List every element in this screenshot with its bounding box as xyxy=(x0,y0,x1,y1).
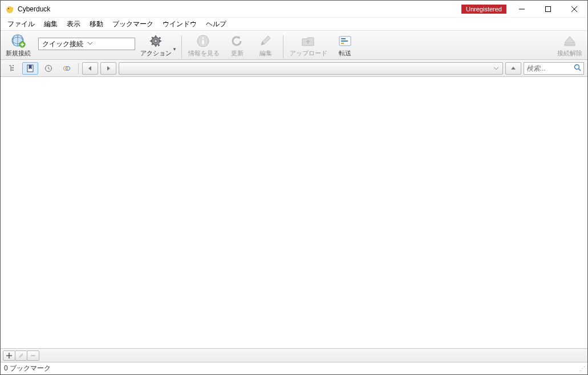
svg-rect-12 xyxy=(202,40,204,44)
back-button[interactable] xyxy=(82,62,98,75)
view-bookmarks-button[interactable] xyxy=(22,62,38,75)
path-combo[interactable] xyxy=(119,62,503,75)
svg-point-0 xyxy=(6,6,13,13)
dropdown-indicator-icon: ▼ xyxy=(172,47,177,52)
action-label: アクション xyxy=(140,49,172,58)
menu-window[interactable]: ウインドウ xyxy=(158,18,201,30)
title-bar: Cyberduck Unregistered xyxy=(1,1,587,18)
add-bookmark-button[interactable] xyxy=(3,350,15,361)
refresh-button[interactable]: 更新 xyxy=(225,32,250,58)
navigation-bar xyxy=(1,60,587,77)
browser-area[interactable] xyxy=(1,77,587,348)
chevron-down-icon xyxy=(493,66,499,71)
svg-point-19 xyxy=(13,67,14,68)
action-button[interactable]: アクション xyxy=(139,32,173,58)
menu-edit[interactable]: 編集 xyxy=(39,18,62,30)
transfers-icon xyxy=(337,34,353,48)
quick-connect-label: クイック接続 xyxy=(42,39,87,49)
view-outline-button[interactable] xyxy=(4,62,20,75)
triangle-left-icon xyxy=(86,64,94,72)
info-icon xyxy=(196,34,212,48)
menu-go[interactable]: 移動 xyxy=(85,18,108,30)
minimize-button[interactable] xyxy=(509,1,535,18)
unregistered-badge[interactable]: Unregistered xyxy=(461,5,506,14)
menu-help[interactable]: ヘルプ xyxy=(201,18,231,30)
bookmark-icon xyxy=(26,64,34,72)
edit-label: 編集 xyxy=(259,49,272,58)
svg-point-20 xyxy=(13,70,14,71)
triangle-right-icon xyxy=(104,64,112,72)
get-info-button[interactable]: 情報を見る xyxy=(186,32,221,58)
eject-icon xyxy=(562,34,578,48)
toolbar-separator xyxy=(283,35,283,58)
tree-icon xyxy=(8,64,16,72)
view-bonjour-button[interactable] xyxy=(59,62,75,75)
svg-rect-17 xyxy=(565,44,575,46)
transfers-button[interactable]: 転送 xyxy=(332,32,358,58)
close-button[interactable] xyxy=(561,1,587,18)
toolbar: 新規接続 クイック接続 アクション ▼ 情報を見る 更新 編集 xyxy=(1,30,587,60)
svg-line-26 xyxy=(579,68,581,71)
svg-point-18 xyxy=(13,65,14,66)
up-button[interactable] xyxy=(505,62,521,75)
edit-button[interactable]: 編集 xyxy=(253,32,278,58)
maximize-button[interactable] xyxy=(535,1,561,18)
menu-bookmark[interactable]: ブックマーク xyxy=(108,18,158,30)
new-connection-button[interactable]: 新規接続 xyxy=(4,32,33,58)
menu-bar: ファイル 編集 表示 移動 ブックマーク ウインドウ ヘルプ xyxy=(1,18,587,30)
refresh-label: 更新 xyxy=(231,49,244,58)
app-icon xyxy=(5,5,14,14)
clock-icon xyxy=(44,64,52,72)
triangle-up-icon xyxy=(509,64,517,72)
bonjour-icon xyxy=(63,64,71,72)
gear-icon xyxy=(148,34,164,48)
edit-bookmark-button[interactable] xyxy=(15,350,27,361)
svg-point-9 xyxy=(154,40,157,43)
remove-bookmark-button[interactable] xyxy=(27,350,39,361)
window-title: Cyberduck xyxy=(18,5,50,13)
bookmark-toolbar xyxy=(1,348,587,362)
search-box[interactable] xyxy=(524,62,584,75)
get-info-label: 情報を見る xyxy=(188,49,220,58)
svg-rect-3 xyxy=(546,6,551,11)
pencil-icon xyxy=(258,34,274,48)
menu-view[interactable]: 表示 xyxy=(62,18,85,30)
toolbar-separator xyxy=(181,35,182,58)
svg-point-11 xyxy=(202,37,204,39)
refresh-icon xyxy=(229,34,245,48)
disconnect-label: 接続解除 xyxy=(557,49,582,58)
upload-folder-icon xyxy=(301,34,317,48)
quick-connect-combo[interactable]: クイック接続 xyxy=(38,38,135,50)
upload-label: アップロード xyxy=(290,49,327,58)
status-text: 0 ブックマーク xyxy=(4,364,51,373)
svg-point-1 xyxy=(8,8,9,9)
upload-button[interactable]: アップロード xyxy=(288,32,329,58)
pencil-icon xyxy=(18,352,25,359)
status-bar: 0 ブックマーク ⋰ xyxy=(1,362,587,374)
nav-separator xyxy=(78,63,79,74)
view-history-button[interactable] xyxy=(40,62,56,75)
transfers-label: 転送 xyxy=(339,49,351,58)
globe-plus-icon xyxy=(10,34,26,48)
resize-grip[interactable]: ⋰ xyxy=(579,365,584,372)
menu-file[interactable]: ファイル xyxy=(3,18,39,30)
plus-icon xyxy=(6,352,13,359)
chevron-down-icon xyxy=(87,40,132,48)
window-controls xyxy=(509,1,587,18)
disconnect-button[interactable]: 接続解除 xyxy=(555,32,584,58)
new-connection-label: 新規接続 xyxy=(6,49,31,58)
minus-icon xyxy=(30,352,37,359)
search-icon xyxy=(574,64,581,73)
svg-point-25 xyxy=(575,64,579,69)
forward-button[interactable] xyxy=(100,62,116,75)
search-input[interactable] xyxy=(526,64,574,72)
